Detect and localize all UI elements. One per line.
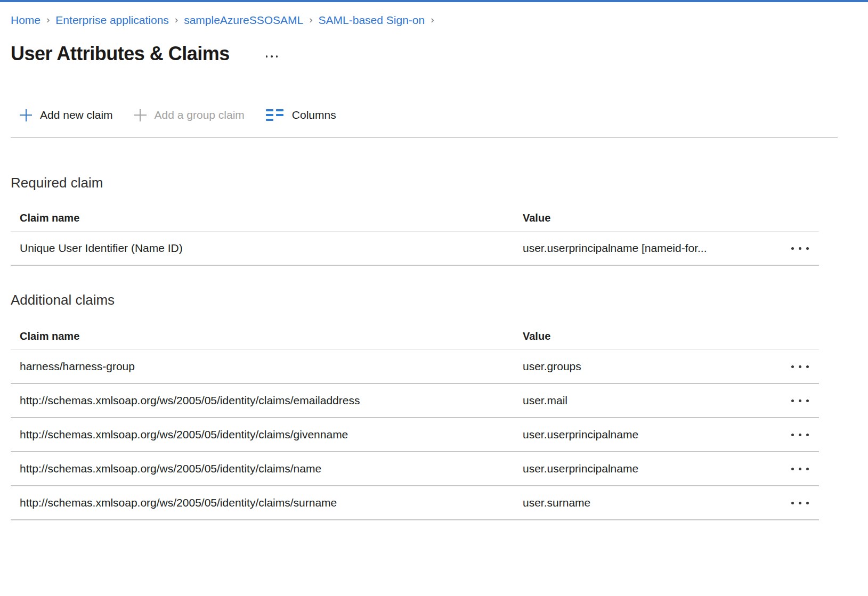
add-group-claim-button[interactable]: Add a group claim <box>134 109 245 121</box>
breadcrumb-chevron-icon: › <box>46 13 50 26</box>
table-row[interactable]: http://schemas.xmlsoap.org/ws/2005/05/id… <box>11 486 819 520</box>
columns-label: Columns <box>292 109 336 121</box>
more-icon <box>276 55 278 58</box>
claim-name-column-header: Claim name <box>11 330 523 342</box>
value-cell: user.userprincipalname [nameid-for... <box>523 242 781 255</box>
breadcrumb-chevron-icon: › <box>309 13 312 26</box>
more-icon <box>799 365 801 368</box>
table-header-row: Claim name Value <box>11 205 819 232</box>
more-icon <box>806 365 809 368</box>
add-new-claim-button[interactable]: Add new claim <box>20 109 113 121</box>
row-menu-button[interactable] <box>781 418 819 451</box>
add-new-claim-label: Add new claim <box>40 109 113 121</box>
table-row[interactable]: harness/harness-group user.groups <box>11 350 819 384</box>
top-accent-bar <box>0 0 868 2</box>
claim-name-cell: http://schemas.xmlsoap.org/ws/2005/05/id… <box>11 428 523 441</box>
value-cell: user.groups <box>523 360 781 373</box>
more-icon <box>806 399 809 402</box>
more-icon <box>806 502 809 504</box>
more-icon <box>791 434 794 436</box>
more-icon <box>791 468 794 470</box>
row-menu-button[interactable] <box>781 384 819 417</box>
toolbar-divider <box>11 137 838 138</box>
page-title: User Attributes & Claims <box>11 42 230 66</box>
more-icon <box>266 55 268 58</box>
claim-name-cell: http://schemas.xmlsoap.org/ws/2005/05/id… <box>11 496 523 509</box>
value-column-header: Value <box>523 330 781 342</box>
table-row[interactable]: http://schemas.xmlsoap.org/ws/2005/05/id… <box>11 452 819 486</box>
claim-name-cell: harness/harness-group <box>11 360 523 373</box>
more-icon <box>799 468 801 470</box>
breadcrumb-item-home[interactable]: Home <box>11 14 40 27</box>
value-cell: user.userprincipalname <box>523 428 781 441</box>
more-icon <box>791 247 794 250</box>
additional-claims-table: Claim name Value harness/harness-group u… <box>11 323 819 520</box>
breadcrumb-item-sampleazuressosaml[interactable]: sampleAzureSSOSAML <box>184 14 303 27</box>
columns-button[interactable]: Columns <box>266 109 336 121</box>
columns-icon <box>266 109 284 121</box>
claim-name-cell: Unique User Identifier (Name ID) <box>11 242 523 255</box>
breadcrumb-item-saml-based-sign-on[interactable]: SAML-based Sign-on <box>319 14 425 27</box>
row-menu-button[interactable] <box>781 350 819 383</box>
table-header-row: Claim name Value <box>11 323 819 350</box>
claim-name-column-header: Claim name <box>11 212 523 224</box>
title-more-button[interactable] <box>263 52 281 61</box>
more-icon <box>799 399 801 402</box>
value-column-header: Value <box>523 212 781 224</box>
more-icon <box>791 399 794 402</box>
more-icon <box>806 247 809 250</box>
row-menu-button[interactable] <box>781 452 819 485</box>
add-group-claim-label: Add a group claim <box>155 109 245 121</box>
table-row[interactable]: http://schemas.xmlsoap.org/ws/2005/05/id… <box>11 418 819 452</box>
more-icon <box>791 365 794 368</box>
row-menu-button[interactable] <box>781 232 819 265</box>
table-row[interactable]: http://schemas.xmlsoap.org/ws/2005/05/id… <box>11 384 819 418</box>
plus-icon <box>20 109 32 121</box>
plus-icon <box>134 109 147 121</box>
value-cell: user.userprincipalname <box>523 462 781 475</box>
more-icon <box>799 247 801 250</box>
required-claim-heading: Required claim <box>11 173 868 192</box>
additional-claims-heading: Additional claims <box>11 290 868 309</box>
row-menu-button[interactable] <box>781 486 819 519</box>
more-icon <box>271 55 273 58</box>
more-icon <box>791 502 794 504</box>
more-icon <box>799 502 801 504</box>
value-cell: user.surname <box>523 496 781 509</box>
toolbar: Add new claim Add a group claim Columns <box>11 103 868 127</box>
claim-name-cell: http://schemas.xmlsoap.org/ws/2005/05/id… <box>11 394 523 407</box>
breadcrumb: Home › Enterprise applications › sampleA… <box>11 14 868 27</box>
breadcrumb-chevron-icon: › <box>175 13 178 26</box>
more-icon <box>806 468 809 470</box>
more-icon <box>799 434 801 436</box>
required-claims-table: Claim name Value Unique User Identifier … <box>11 205 819 266</box>
breadcrumb-chevron-icon: › <box>431 13 434 26</box>
value-cell: user.mail <box>523 394 781 407</box>
user-attributes-claims-page: { "colors": { "accent_bar": "#3b76c4", "… <box>0 0 868 596</box>
more-icon <box>806 434 809 436</box>
title-row: User Attributes & Claims <box>11 42 868 66</box>
table-row[interactable]: Unique User Identifier (Name ID) user.us… <box>11 232 819 266</box>
breadcrumb-item-enterprise-applications[interactable]: Enterprise applications <box>55 14 168 27</box>
claim-name-cell: http://schemas.xmlsoap.org/ws/2005/05/id… <box>11 462 523 475</box>
